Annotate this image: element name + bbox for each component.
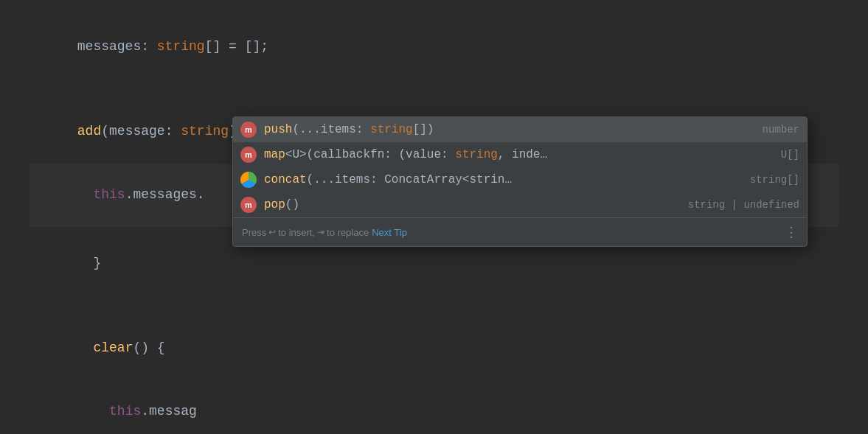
autocomplete-item-push-name: push(...items: string[]) <box>264 123 755 136</box>
method-icon-push: m <box>240 122 257 138</box>
method-icon-pop: m <box>240 197 257 213</box>
autocomplete-footer: Press ↩ to insert, ⇥ to replace Next Tip… <box>233 217 807 246</box>
autocomplete-item-map[interactable]: m map<U>(callbackfn: (value: string, ind… <box>233 142 807 167</box>
enter-key-symbol: ↩ <box>268 227 276 237</box>
autocomplete-item-push-type: number <box>763 124 799 136</box>
code-line-7: clear() { <box>29 316 839 379</box>
tab-key-symbol: ⇥ <box>317 227 324 237</box>
next-tip-button[interactable]: Next Tip <box>372 227 407 238</box>
autocomplete-item-concat[interactable]: concat(...items: ConcatArray<strin… stri… <box>233 167 807 192</box>
to-insert-label: to insert, <box>278 227 315 238</box>
autocomplete-item-concat-name: concat(...items: ConcatArray<strin… <box>264 173 743 186</box>
code-line-1: messages: string[] = []; <box>29 15 839 78</box>
code-editor: messages: string[] = []; add(message: st… <box>0 0 868 434</box>
autocomplete-item-push[interactable]: m push(...items: string[]) number <box>233 117 807 142</box>
code-line-blank1 <box>29 78 839 99</box>
autocomplete-item-map-name: map<U>(callbackfn: (value: string, inde… <box>264 148 774 161</box>
autocomplete-item-concat-type: string[] <box>750 174 799 186</box>
to-replace-label: to replace <box>327 227 369 238</box>
more-options-icon[interactable]: ⋮ <box>785 224 798 240</box>
autocomplete-item-pop-name: pop() <box>264 198 681 211</box>
code-line-8: this.messag <box>29 380 839 434</box>
autocomplete-item-map-type: U[] <box>781 149 799 161</box>
autocomplete-item-pop-type: string | undefined <box>688 199 799 211</box>
press-label: Press <box>242 227 266 238</box>
autocomplete-item-pop[interactable]: m pop() string | undefined <box>233 192 807 217</box>
method-icon-map: m <box>240 147 257 163</box>
autocomplete-popup: m push(...items: string[]) number m map<… <box>232 116 808 247</box>
code-line-blank2 <box>29 295 839 316</box>
concat-icon <box>240 172 257 188</box>
